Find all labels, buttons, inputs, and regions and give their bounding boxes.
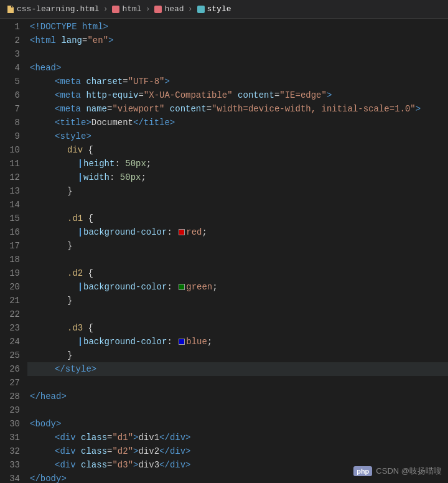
- token-div2-class-attr: class: [76, 444, 107, 458]
- line-num-12: 12: [5, 171, 20, 184]
- color-swatch-green: [179, 284, 185, 290]
- breadcrumb-style[interactable]: style: [197, 4, 231, 14]
- line-num-19: 19: [5, 266, 20, 280]
- line-num-11: 11: [5, 157, 20, 171]
- code-line-31: <div class="d1">div1</div>: [27, 431, 448, 444]
- watermark: php CSDN @吱扬喵嗖: [353, 466, 442, 477]
- token-meta2-close: >: [327, 88, 332, 102]
- code-line-25: }: [27, 349, 448, 362]
- token-d2-brace: {: [83, 266, 93, 280]
- code-line-16: background-color: red;: [27, 225, 448, 239]
- token-bg3-semi: ;: [207, 335, 212, 349]
- color-swatch-red: [179, 229, 185, 235]
- code-content[interactable]: <!DOCTYPE html> <html lang="en"> <head> …: [27, 19, 448, 483]
- color-swatch-blue: [179, 339, 185, 345]
- code-line-28: </head>: [27, 390, 448, 403]
- token-lang-attr: lang: [56, 34, 82, 47]
- token-div3-tag: div: [60, 458, 75, 472]
- token-meta3-tag: meta: [60, 102, 81, 116]
- token-equals: =: [82, 34, 87, 47]
- svg-rect-1: [154, 6, 162, 13]
- token-html-tag: html: [35, 34, 56, 47]
- code-line-6: <meta http-equiv="X-UA-Compatible" conte…: [27, 88, 448, 102]
- token-div3-eq: =: [107, 458, 112, 472]
- code-line-1: <!DOCTYPE html>: [27, 20, 448, 34]
- token-d3-brace: {: [83, 321, 93, 335]
- token-content1-attr: content: [233, 88, 274, 102]
- line-num-22: 22: [5, 307, 20, 321]
- token-d2-sel: .d2: [67, 266, 83, 280]
- code-line-12: width: 50px;: [27, 171, 448, 184]
- token-title-text: Document: [91, 116, 133, 129]
- token-content2-attr: content: [164, 102, 206, 116]
- breadcrumb-sep-2: ›: [146, 4, 151, 14]
- token-name-attr: name: [81, 102, 107, 116]
- code-line-10: div {: [27, 143, 448, 157]
- breadcrumb-file[interactable]: css-learning.html: [6, 4, 100, 14]
- code-line-5: <meta charset="UTF-8">: [27, 75, 448, 88]
- token-content1-val: "IE=edge": [279, 88, 327, 102]
- breadcrumb-html[interactable]: html: [111, 4, 141, 14]
- token-div-sel: div: [67, 143, 83, 157]
- token-content1-eq: =: [274, 88, 279, 102]
- code-line-30: <body>: [27, 417, 448, 431]
- token-div2-eq: =: [107, 444, 112, 458]
- token-width-colon: :: [110, 171, 120, 184]
- token-div1-class-attr: class: [76, 431, 107, 444]
- token-bg1-prop: background-color: [83, 225, 167, 239]
- token-div1-close: </div>: [159, 431, 190, 444]
- token-height-prop: height: [83, 157, 114, 171]
- token-div1-text: div1: [138, 431, 159, 444]
- token-div2-class-val: "d2": [112, 444, 133, 458]
- code-line-26: </style>: [27, 362, 448, 376]
- token-div1-eq: =: [107, 431, 112, 444]
- token-bg2-semi: ;: [212, 280, 217, 294]
- token-div2-open-br: <: [55, 444, 60, 458]
- token-charset-eq: =: [123, 75, 128, 88]
- code-line-3: [27, 47, 448, 61]
- line-num-5: 5: [5, 75, 20, 88]
- token-div1-gt: >: [133, 431, 138, 444]
- token-div-brace: {: [83, 143, 93, 157]
- token-meta1-open: <: [55, 75, 60, 88]
- code-line-4: <head>: [27, 61, 448, 75]
- token-height-semi: ;: [146, 157, 151, 171]
- line-num-34: 34: [5, 472, 20, 483]
- line-num-24: 24: [5, 335, 20, 349]
- token-bg2-prop: background-color: [83, 280, 167, 294]
- token-height-colon: :: [114, 157, 125, 171]
- token-div-close-brace: }: [67, 184, 72, 198]
- token-div2-gt: >: [133, 444, 138, 458]
- token-bg3-val: blue: [186, 335, 207, 349]
- token-bg3-prop: background-color: [83, 335, 167, 349]
- token-div1-open-br: <: [55, 431, 60, 444]
- line-num-32: 32: [5, 444, 20, 458]
- token-name-eq: =: [107, 102, 112, 116]
- token-bg3-colon: :: [167, 335, 177, 349]
- token-div2-close: </div>: [159, 444, 190, 458]
- token-div3-close: </div>: [159, 458, 190, 472]
- token-meta3-close: >: [416, 102, 421, 116]
- token-charset-val: "UTF-8": [128, 75, 165, 88]
- token-doctype: <!DOCTYPE html>: [30, 20, 108, 34]
- code-line-18: [27, 253, 448, 266]
- line-num-15: 15: [5, 212, 20, 225]
- token-d1-close-brace: }: [67, 239, 72, 253]
- line-num-2: 2: [5, 34, 20, 47]
- code-line-2: <html lang="en">: [27, 34, 448, 47]
- token-div3-text: div3: [138, 458, 159, 472]
- token-bg1-semi: ;: [202, 225, 207, 239]
- token-width-semi: ;: [141, 171, 146, 184]
- breadcrumb-head[interactable]: head: [154, 4, 184, 14]
- line-num-16: 16: [5, 225, 20, 239]
- token-name-val: "viewport": [112, 102, 164, 116]
- breadcrumb-filename: css-learning.html: [17, 4, 100, 14]
- line-num-31: 31: [5, 431, 20, 444]
- line-num-26: 26: [5, 362, 20, 376]
- code-line-32: <div class="d2">div2</div>: [27, 444, 448, 458]
- code-line-11: height: 50px;: [27, 157, 448, 171]
- code-line-21: }: [27, 294, 448, 307]
- line-num-25: 25: [5, 349, 20, 362]
- editor-area: 1 2 3 4 5 6 7 8 9 10 11 12 13 14 15 16 1…: [0, 19, 448, 483]
- line-num-13: 13: [5, 184, 20, 198]
